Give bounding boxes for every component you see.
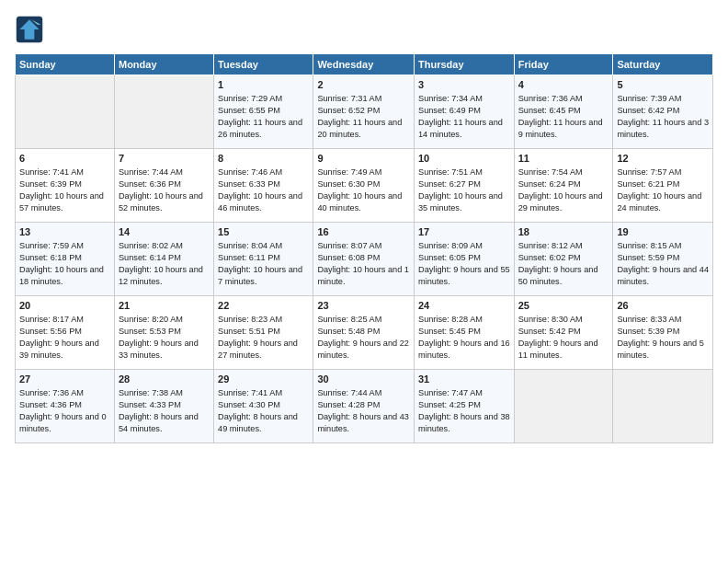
day-cell (114, 75, 213, 149)
sunset-text: Sunset: 6:08 PM (317, 253, 380, 262)
sunset-text: Sunset: 4:36 PM (19, 400, 82, 409)
sunrise-text: Sunrise: 7:38 AM (119, 388, 183, 397)
day-number: 24 (418, 299, 510, 313)
logo (15, 15, 48, 44)
daylight-text: Daylight: 11 hours and 14 minutes. (418, 118, 503, 139)
daylight-text: Daylight: 10 hours and 7 minutes. (218, 265, 302, 286)
day-number: 9 (317, 152, 410, 166)
daylight-text: Daylight: 9 hours and 55 minutes. (418, 265, 510, 286)
day-number: 18 (518, 225, 609, 239)
day-cell: 15Sunrise: 8:04 AMSunset: 6:11 PMDayligh… (214, 223, 313, 296)
sunrise-text: Sunrise: 7:59 AM (19, 241, 84, 250)
sunrise-text: Sunrise: 8:28 AM (418, 315, 483, 324)
day-number: 21 (119, 299, 210, 313)
daylight-text: Daylight: 9 hours and 16 minutes. (418, 339, 510, 360)
day-cell: 17Sunrise: 8:09 AMSunset: 6:05 PMDayligh… (415, 223, 515, 296)
day-number: 12 (617, 152, 709, 166)
sunrise-text: Sunrise: 7:57 AM (617, 167, 681, 177)
sunrise-text: Sunrise: 7:29 AM (218, 94, 282, 103)
day-number: 27 (19, 373, 110, 386)
day-cell: 9Sunrise: 7:49 AMSunset: 6:30 PMDaylight… (313, 149, 415, 223)
daylight-text: Daylight: 11 hours and 26 minutes. (218, 118, 302, 139)
column-header-sunday: Sunday (16, 54, 115, 75)
day-number: 19 (617, 225, 709, 239)
daylight-text: Daylight: 9 hours and 22 minutes. (317, 339, 409, 360)
sunset-text: Sunset: 5:42 PM (518, 327, 581, 336)
day-number: 28 (119, 373, 210, 386)
day-cell: 11Sunrise: 7:54 AMSunset: 6:24 PMDayligh… (514, 149, 613, 223)
header-row: SundayMondayTuesdayWednesdayThursdayFrid… (16, 54, 713, 75)
sunrise-text: Sunrise: 8:17 AM (19, 315, 84, 324)
day-number: 11 (518, 152, 609, 166)
sunset-text: Sunset: 5:39 PM (617, 327, 679, 336)
day-number: 8 (218, 152, 309, 166)
week-row-5: 27Sunrise: 7:36 AMSunset: 4:36 PMDayligh… (16, 370, 713, 443)
sunset-text: Sunset: 5:56 PM (19, 327, 82, 336)
day-cell: 19Sunrise: 8:15 AMSunset: 5:59 PMDayligh… (613, 223, 713, 296)
daylight-text: Daylight: 11 hours and 3 minutes. (617, 118, 709, 139)
sunrise-text: Sunrise: 7:54 AM (518, 167, 583, 177)
day-number: 2 (317, 78, 410, 92)
sunset-text: Sunset: 5:59 PM (617, 253, 679, 262)
day-cell: 27Sunrise: 7:36 AMSunset: 4:36 PMDayligh… (16, 370, 115, 443)
daylight-text: Daylight: 9 hours and 27 minutes. (218, 339, 298, 360)
sunrise-text: Sunrise: 7:44 AM (317, 388, 381, 397)
sunset-text: Sunset: 6:14 PM (119, 253, 181, 262)
sunset-text: Sunset: 6:36 PM (119, 179, 181, 189)
day-cell: 7Sunrise: 7:44 AMSunset: 6:36 PMDaylight… (114, 149, 213, 223)
sunrise-text: Sunrise: 8:04 AM (218, 241, 282, 250)
day-cell: 12Sunrise: 7:57 AMSunset: 6:21 PMDayligh… (613, 149, 713, 223)
day-number: 14 (119, 225, 210, 239)
day-cell: 1Sunrise: 7:29 AMSunset: 6:55 PMDaylight… (214, 75, 313, 149)
day-cell: 20Sunrise: 8:17 AMSunset: 5:56 PMDayligh… (16, 296, 115, 370)
logo-icon (15, 15, 44, 44)
day-number: 30 (317, 373, 410, 386)
sunrise-text: Sunrise: 8:20 AM (119, 315, 183, 324)
daylight-text: Daylight: 9 hours and 0 minutes. (19, 412, 107, 433)
sunset-text: Sunset: 6:11 PM (218, 253, 280, 262)
daylight-text: Daylight: 10 hours and 1 minute. (317, 265, 409, 286)
day-number: 7 (119, 152, 210, 166)
day-number: 31 (418, 373, 510, 386)
sunset-text: Sunset: 6:52 PM (317, 106, 380, 115)
daylight-text: Daylight: 10 hours and 35 minutes. (418, 191, 503, 213)
daylight-text: Daylight: 8 hours and 54 minutes. (119, 412, 199, 433)
week-row-3: 13Sunrise: 7:59 AMSunset: 6:18 PMDayligh… (16, 223, 713, 296)
column-header-wednesday: Wednesday (313, 54, 415, 75)
sunset-text: Sunset: 4:25 PM (418, 400, 481, 409)
daylight-text: Daylight: 9 hours and 5 minutes. (617, 339, 704, 360)
day-cell: 16Sunrise: 8:07 AMSunset: 6:08 PMDayligh… (313, 223, 415, 296)
sunrise-text: Sunrise: 7:41 AM (218, 388, 282, 397)
sunset-text: Sunset: 5:48 PM (317, 327, 380, 336)
column-header-saturday: Saturday (613, 54, 713, 75)
page-header (15, 15, 713, 44)
sunrise-text: Sunrise: 7:47 AM (418, 388, 483, 397)
sunrise-text: Sunrise: 8:25 AM (317, 315, 381, 324)
day-number: 10 (418, 152, 510, 166)
sunset-text: Sunset: 6:30 PM (317, 179, 380, 189)
day-cell: 5Sunrise: 7:39 AMSunset: 6:42 PMDaylight… (613, 75, 713, 149)
day-cell: 25Sunrise: 8:30 AMSunset: 5:42 PMDayligh… (514, 296, 613, 370)
day-cell: 18Sunrise: 8:12 AMSunset: 6:02 PMDayligh… (514, 223, 613, 296)
sunset-text: Sunset: 6:24 PM (518, 179, 581, 189)
daylight-text: Daylight: 11 hours and 9 minutes. (518, 118, 603, 139)
day-cell: 30Sunrise: 7:44 AMSunset: 4:28 PMDayligh… (313, 370, 415, 443)
sunrise-text: Sunrise: 7:36 AM (518, 94, 583, 103)
column-header-thursday: Thursday (415, 54, 515, 75)
day-cell: 29Sunrise: 7:41 AMSunset: 4:30 PMDayligh… (214, 370, 313, 443)
sunrise-text: Sunrise: 8:15 AM (617, 241, 681, 250)
calendar-table: SundayMondayTuesdayWednesdayThursdayFrid… (15, 53, 713, 443)
day-number: 23 (317, 299, 410, 313)
sunset-text: Sunset: 6:18 PM (19, 253, 82, 262)
daylight-text: Daylight: 10 hours and 46 minutes. (218, 191, 302, 213)
day-number: 26 (617, 299, 709, 313)
column-header-friday: Friday (514, 54, 613, 75)
day-cell: 4Sunrise: 7:36 AMSunset: 6:45 PMDaylight… (514, 75, 613, 149)
day-cell: 10Sunrise: 7:51 AMSunset: 6:27 PMDayligh… (415, 149, 515, 223)
day-number: 15 (218, 225, 309, 239)
week-row-1: 1Sunrise: 7:29 AMSunset: 6:55 PMDaylight… (16, 75, 713, 149)
day-cell: 3Sunrise: 7:34 AMSunset: 6:49 PMDaylight… (415, 75, 515, 149)
day-number: 29 (218, 373, 309, 386)
daylight-text: Daylight: 8 hours and 49 minutes. (218, 412, 298, 433)
daylight-text: Daylight: 9 hours and 44 minutes. (617, 265, 709, 286)
